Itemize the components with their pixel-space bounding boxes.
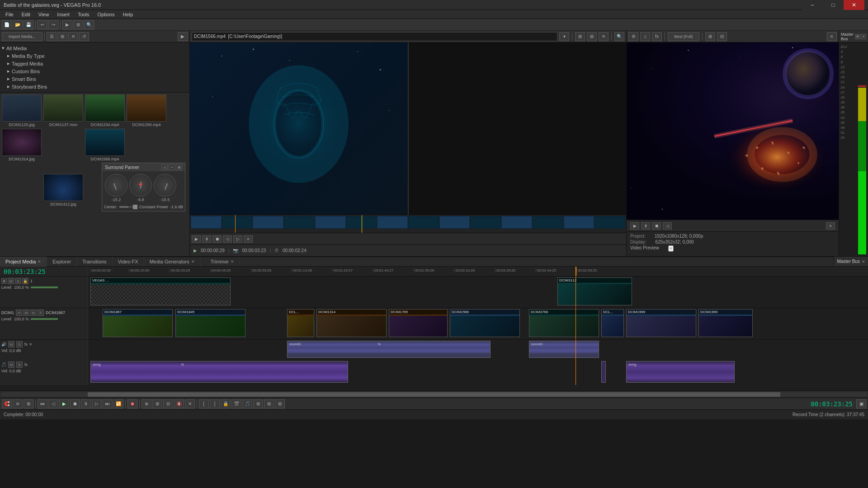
open-button[interactable]: 📂 (13, 20, 23, 29)
panner-knob-2[interactable] (129, 174, 152, 197)
surround-panner-btn1[interactable]: ◁ (161, 164, 168, 170)
preview-zoom[interactable]: 🔍 (614, 32, 624, 41)
tree-media-by-type[interactable]: ▸ Media By Type (5, 52, 189, 60)
tb-mark-out[interactable]: ] (210, 399, 220, 408)
surround-panner-btn3[interactable]: ⊞ (176, 164, 182, 170)
menu-help[interactable]: Help (119, 11, 137, 18)
zoom-tool[interactable]: 🔍 (84, 20, 94, 29)
media-item-dcim1314[interactable]: DCIM1314.jpg (2, 129, 42, 206)
clip-vegas[interactable]: VEGAS ... (90, 277, 231, 305)
tb-mute-button[interactable]: 🔇 (174, 399, 184, 408)
play-button[interactable]: ▶ (192, 235, 201, 243)
tree-all-media[interactable]: ▾ All Media (0, 44, 189, 52)
tree-tagged-media[interactable]: ▸ Tagged Media (5, 60, 189, 67)
audio-mute-1[interactable]: M (8, 341, 14, 347)
sm-btn-2[interactable]: ≡ (861, 34, 866, 39)
tb-tool-1[interactable]: ⊞ (253, 399, 263, 408)
tab-transitions[interactable]: Transitions (77, 257, 112, 267)
clip-dcim1566[interactable]: DCIM1566 (450, 309, 520, 337)
clip-dcl2[interactable]: DCL... (601, 309, 624, 337)
sm-btn-1[interactable]: ⊞ (855, 34, 860, 39)
audio-clip-sound1[interactable]: sound1 fx (287, 341, 491, 358)
tb-stop-button[interactable]: ⏹ (70, 399, 80, 408)
tab-close-media-gen[interactable]: ✕ (191, 259, 195, 264)
preview-btn-1[interactable]: ⊞ (575, 32, 585, 41)
list-view-button[interactable]: ☰ (47, 32, 57, 41)
tab-project-media[interactable]: Project Media ✕ (0, 257, 47, 267)
save-button[interactable]: 💾 (24, 20, 33, 29)
tb-sync-button[interactable]: ⊞ (24, 399, 33, 408)
tb-repeat-button[interactable]: 🔁 (113, 399, 123, 408)
tree-custom-bins[interactable]: ▸ Custom Bins (5, 67, 189, 75)
tb-zoom-out[interactable]: ⊟ (163, 399, 173, 408)
tb-ripple-button[interactable]: ≋ (13, 399, 23, 408)
track-expand-1[interactable]: ▾ (1, 278, 7, 284)
tb-tool-3[interactable]: ⊞ (275, 399, 285, 408)
preview-btn-close[interactable]: ✕ (599, 32, 609, 41)
vp-btn-1[interactable]: ⊞ (705, 32, 715, 41)
clip-dcim1845[interactable]: DCIM1845 (175, 309, 245, 337)
clip-dcl[interactable]: DCL... (287, 309, 314, 337)
redo-button[interactable]: ↪ (48, 20, 58, 29)
audio-clip-sound1-2[interactable]: sound1 (529, 341, 599, 358)
menu-view[interactable]: View (35, 11, 53, 18)
tb-normalize-button[interactable]: ⊕ (142, 399, 151, 408)
media-item-dcim1137[interactable]: DCIM1137.mov (43, 94, 83, 127)
center-slider[interactable] (119, 206, 137, 208)
tb-pause-button[interactable]: ⏸ (81, 399, 91, 408)
tb-video-button[interactable]: 🎬 (231, 399, 241, 408)
panner-knob-1[interactable] (105, 174, 127, 197)
tab-trimmer[interactable]: Trimmer ✕ (205, 257, 241, 267)
grid-view-button[interactable]: ⊞ (57, 32, 67, 41)
tb-zoom-in[interactable]: ⊞ (152, 399, 162, 408)
vp-audio-button[interactable]: ♫ (640, 32, 650, 41)
tb-record-button[interactable]: ⏺ (127, 399, 137, 408)
delete-media-button[interactable]: ✕ (68, 32, 78, 41)
level-slider-1[interactable] (31, 286, 58, 288)
prev-frame-button[interactable]: ◁ (223, 235, 232, 243)
track-solo-1[interactable]: S (15, 278, 21, 284)
menu-insert[interactable]: Insert (53, 11, 73, 18)
preview-toggle[interactable]: ⊞ (73, 20, 83, 29)
tb-home-button[interactable]: ⏮ (38, 399, 47, 408)
vp-more-button[interactable]: ≡ (827, 32, 837, 41)
vp-btn-2[interactable]: ⊟ (717, 32, 727, 41)
menu-options[interactable]: Options (94, 11, 118, 18)
track-mute-1[interactable]: M (8, 278, 14, 284)
level-slider-2[interactable] (31, 318, 58, 320)
tab-close-project-media[interactable]: ✕ (38, 259, 41, 264)
tree-smart-bins[interactable]: ▸ Smart Bins (5, 75, 189, 83)
tab-explorer[interactable]: Explorer (47, 257, 77, 267)
track-compose-2[interactable]: ✂ (16, 310, 22, 316)
media-item-dcim1412[interactable]: DCIM1412.jpg (43, 174, 83, 206)
clip-dcim3112[interactable]: DCIM3112 (557, 277, 632, 305)
vp-menu-button[interactable]: ≡ (826, 222, 835, 230)
new-button[interactable]: 📄 (2, 20, 12, 29)
preview-open-button[interactable]: ▾ (559, 32, 569, 41)
vp-fx-button[interactable]: fx (652, 32, 662, 41)
track-mute-2[interactable]: M (23, 310, 29, 316)
vp-stop-button[interactable]: ⏹ (652, 222, 661, 230)
clip-dcim1867[interactable]: DCIM1867 (103, 309, 173, 337)
scrollbar-thumb[interactable] (88, 392, 781, 397)
audio-clip-song[interactable]: song fx (90, 361, 348, 383)
render-button[interactable]: ▶ (62, 20, 72, 29)
tb-audio-button[interactable]: 🎵 (242, 399, 252, 408)
preview-path-input[interactable] (192, 32, 557, 41)
media-item-dcim1234[interactable]: DCIM1234.mp4 (85, 94, 125, 127)
tb-mark-in[interactable]: [ (199, 399, 209, 408)
vp-play-button[interactable]: ▶ (630, 222, 639, 230)
preview-btn-2[interactable]: ⊞ (587, 32, 597, 41)
master-bus-tab[interactable]: Master Bus ✕ (834, 257, 868, 267)
vp-close-button[interactable]: ✕ (668, 245, 674, 252)
tree-storyboard-bins[interactable]: ▸ Storyboard Bins (5, 83, 189, 90)
tb-frame-type[interactable]: ▣ (856, 399, 866, 408)
more-options-button[interactable]: ≡ (244, 235, 253, 243)
clip-dcim1314[interactable]: DCIM1314 (316, 309, 387, 337)
audio-solo-2[interactable]: S (16, 361, 23, 368)
track-lock-1[interactable]: 🔒 (22, 278, 28, 284)
maximize-button[interactable]: □ (823, 0, 844, 10)
refresh-button[interactable]: ↺ (79, 32, 89, 41)
tb-snap-button[interactable]: 🧲 (2, 399, 12, 408)
media-item-dcim1290[interactable]: DCIM1290.mp4 (127, 94, 166, 127)
